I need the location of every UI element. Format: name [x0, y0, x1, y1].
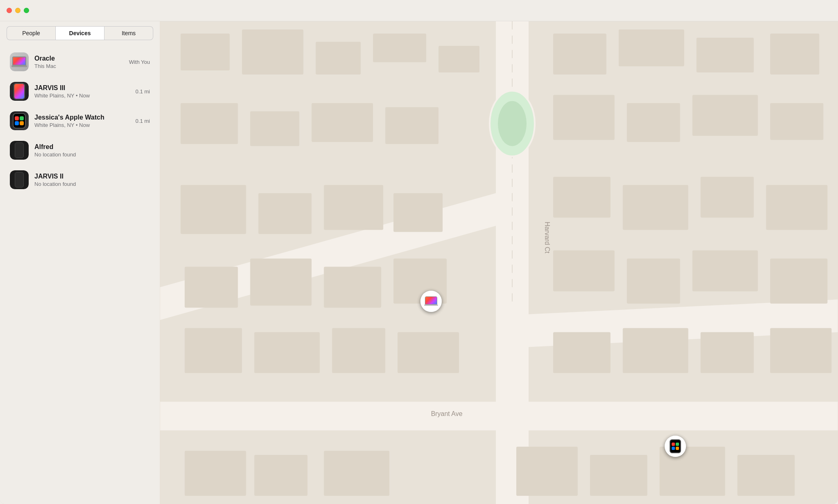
svg-rect-19: [311, 103, 373, 142]
black-device-body-jarvis2: [15, 172, 24, 188]
svg-rect-8: [181, 34, 230, 70]
device-status-jarvis3: 0.1 mi: [136, 88, 150, 95]
svg-rect-44: [397, 332, 459, 373]
device-icon-jarvis3: [10, 82, 29, 101]
main-content: People Devices Items: [0, 21, 838, 504]
laptop-screen-content: [13, 57, 25, 65]
device-sub-oracle: This Mac: [34, 63, 126, 69]
watch-grid: [15, 116, 24, 125]
map-area[interactable]: Harvard Ct Bryant Ave: [160, 21, 838, 504]
svg-rect-21: [553, 95, 615, 140]
black-device-icon-alfred: [10, 141, 29, 160]
device-sub-alfred: No location found: [34, 151, 147, 158]
svg-point-7: [498, 101, 527, 146]
svg-rect-11: [373, 34, 426, 62]
svg-rect-40: [770, 259, 827, 304]
device-item-alfred[interactable]: Alfred No location found: [3, 136, 157, 165]
device-name-alfred: Alfred: [34, 143, 147, 151]
svg-rect-32: [766, 185, 827, 230]
svg-rect-28: [393, 193, 443, 232]
svg-rect-37: [553, 251, 615, 292]
svg-rect-50: [254, 455, 308, 496]
device-sub-jarvis2: No location found: [34, 181, 147, 187]
laptop-screen: [12, 57, 26, 66]
svg-rect-15: [697, 38, 754, 72]
tab-items[interactable]: Items: [104, 26, 153, 40]
svg-rect-31: [701, 177, 754, 218]
map-marker-jessica-watch[interactable]: [665, 436, 686, 457]
svg-rect-14: [619, 29, 684, 66]
svg-rect-51: [324, 451, 389, 496]
svg-rect-22: [627, 103, 680, 142]
device-name-oracle: Oracle: [34, 55, 126, 62]
laptop-base: [11, 66, 27, 67]
svg-rect-53: [590, 455, 647, 496]
device-icon-alfred: [10, 141, 29, 160]
sidebar: People Devices Items: [0, 21, 160, 504]
device-name-jessica-watch: Jessica's Apple Watch: [34, 114, 132, 121]
svg-rect-13: [553, 34, 606, 75]
svg-text:Harvard Ct: Harvard Ct: [544, 222, 551, 254]
device-status-oracle: With You: [129, 59, 150, 65]
svg-rect-33: [185, 267, 238, 307]
main-window: People Devices Items: [0, 0, 838, 504]
map-background: Harvard Ct Bryant Ave: [160, 21, 838, 504]
svg-rect-34: [250, 259, 312, 306]
device-status-jessica-watch: 0.1 mi: [136, 118, 150, 124]
svg-rect-49: [185, 451, 246, 496]
svg-rect-23: [693, 95, 758, 136]
svg-rect-45: [553, 332, 611, 373]
device-sub-jarvis3: White Plains, NY • Now: [34, 93, 132, 99]
tab-devices[interactable]: Devices: [55, 26, 104, 40]
tab-bar: People Devices Items: [0, 21, 160, 43]
device-item-jarvis2[interactable]: JARVIS II No location found: [3, 165, 157, 194]
svg-text:Bryant Ave: Bryant Ave: [431, 410, 463, 417]
device-item-jarvis3[interactable]: JARVIS III White Plains, NY • Now 0.1 mi: [3, 77, 157, 106]
maximize-button[interactable]: [24, 8, 29, 13]
device-info-jarvis3: JARVIS III White Plains, NY • Now: [34, 84, 132, 99]
tab-people[interactable]: People: [7, 26, 55, 40]
traffic-lights: [7, 8, 29, 13]
svg-rect-29: [553, 177, 611, 218]
apple-watch-face: [13, 113, 26, 129]
device-icon-jessica-watch: [10, 111, 29, 130]
map-marker-oracle[interactable]: [420, 291, 442, 312]
device-item-oracle[interactable]: Oracle This Mac With You: [3, 47, 157, 76]
close-button[interactable]: [7, 8, 12, 13]
device-item-jessica-watch[interactable]: Jessica's Apple Watch White Plains, NY •…: [3, 106, 157, 135]
iphone-screen: [14, 84, 24, 99]
svg-rect-10: [316, 42, 361, 75]
device-sub-jessica-watch: White Plains, NY • Now: [34, 122, 132, 128]
svg-rect-5: [160, 402, 838, 430]
svg-rect-20: [385, 107, 438, 144]
svg-rect-42: [254, 332, 320, 373]
svg-rect-35: [324, 267, 381, 307]
minimize-button[interactable]: [15, 8, 20, 13]
device-list: Oracle This Mac With You: [0, 43, 160, 504]
svg-rect-52: [516, 447, 578, 496]
svg-rect-27: [324, 185, 383, 230]
device-info-alfred: Alfred No location found: [34, 143, 147, 158]
svg-rect-18: [250, 111, 300, 146]
black-device-icon-jarvis2: [10, 170, 29, 189]
svg-rect-17: [181, 103, 238, 144]
svg-rect-39: [693, 251, 758, 292]
device-info-jessica-watch: Jessica's Apple Watch White Plains, NY •…: [34, 114, 132, 128]
title-bar: [0, 0, 838, 21]
svg-rect-24: [770, 103, 823, 140]
device-icon-jarvis2: [10, 170, 29, 189]
svg-rect-26: [258, 193, 311, 234]
device-info-oracle: Oracle This Mac: [34, 55, 126, 69]
svg-rect-46: [623, 328, 688, 373]
svg-rect-48: [770, 328, 831, 373]
iphone-icon: [10, 82, 29, 101]
svg-rect-38: [627, 259, 680, 304]
apple-watch-icon: [10, 111, 29, 130]
svg-rect-30: [623, 185, 688, 230]
mac-laptop-icon: [10, 52, 29, 71]
svg-rect-9: [242, 29, 304, 75]
device-name-jarvis2: JARVIS II: [34, 173, 147, 180]
svg-rect-25: [181, 185, 246, 234]
iphone-body: [14, 83, 25, 99]
svg-rect-16: [770, 34, 819, 75]
